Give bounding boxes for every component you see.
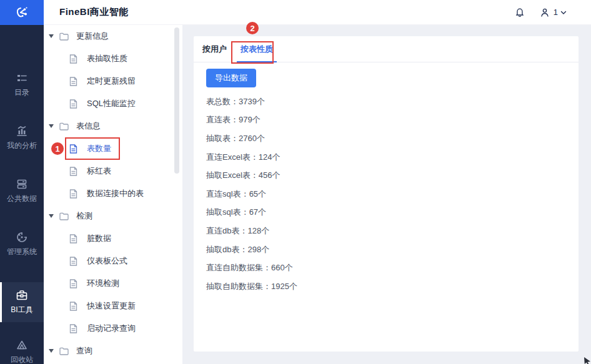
tree-item-sql-performance-monitor[interactable]: SQL性能监控 [44, 92, 182, 115]
tree-item-tables-in-data-connection[interactable]: 数据连接中的表 [44, 182, 182, 205]
account-count: 1 [554, 7, 558, 17]
tree-item-table-count[interactable]: 表数量 [44, 137, 182, 160]
finebi-app: FineBI商业智能 1 [0, 0, 591, 364]
stat-extract-tables: 抽取表：2760个 [206, 129, 297, 148]
user-icon [539, 7, 550, 18]
stat-total-tables: 表总数：3739个 [206, 92, 297, 111]
tree-item-environment-check[interactable]: 环境检测 [44, 272, 182, 295]
tree-item-label: 定时更新残留 [87, 76, 136, 87]
tree-item-label: 仪表板公式 [87, 255, 127, 267]
sidebar-item-label: 我的分析 [7, 140, 37, 151]
collapse-arrow-icon[interactable] [49, 349, 54, 353]
tree-item-dirty-data[interactable]: 脏数据 [44, 227, 182, 250]
sidebar-item-label: 管理系统 [7, 247, 37, 257]
document-icon [69, 99, 77, 109]
folder-icon [59, 122, 69, 130]
tree-item-label: SQL性能监控 [87, 98, 136, 109]
tab-by-user[interactable]: 按用户 [199, 36, 231, 62]
stat-value: 660个 [271, 262, 293, 273]
stat-value: 67个 [249, 207, 266, 218]
tree-scrollbar[interactable] [174, 27, 179, 174]
document-icon [69, 234, 77, 243]
document-icon [69, 54, 77, 64]
stat-extract-sql-tables: 抽取sql表：67个 [206, 204, 297, 222]
stat-direct-excel-tables: 直连Excel表：124个 [206, 148, 297, 167]
tree-item-label: 数据连接中的表 [87, 188, 144, 199]
mouse-cursor [584, 357, 591, 364]
public-data-icon [16, 178, 28, 190]
tab-by-table-nature[interactable]: 按表性质 [237, 36, 277, 62]
tree-item-scheduled-update-residue[interactable]: 定时更新残留 [44, 70, 182, 92]
folder-icon [59, 212, 69, 220]
sidebar-item-catalog[interactable]: 目录 [0, 66, 44, 104]
account-menu[interactable]: 1 [539, 7, 567, 18]
stat-extract-self-service-datasets: 抽取自助数据集：1925个 [206, 277, 297, 296]
stat-value: 979个 [239, 114, 261, 125]
tree-item-startup-record-query[interactable]: 启动记录查询 [44, 317, 182, 340]
sidebar-item-my-analysis[interactable]: 我的分析 [0, 119, 44, 157]
tree-item-label: 查询 [76, 345, 92, 357]
sidebar-item-admin-system[interactable]: 管理系统 [0, 225, 44, 263]
collapse-arrow-icon[interactable] [49, 214, 54, 218]
tree-item-dashboard-formula[interactable]: 仪表板公式 [44, 250, 182, 272]
tree-item-label: 脏数据 [87, 233, 111, 244]
sidebar-item-label: 回收站 [11, 355, 33, 364]
document-icon [69, 324, 77, 333]
tree-folder-table-info[interactable]: 表信息 [44, 115, 182, 137]
folder-icon [59, 32, 69, 41]
stat-value: 124个 [259, 152, 281, 163]
tree-folder-query[interactable]: 查询 [44, 340, 182, 362]
stat-value: 65个 [249, 189, 266, 200]
tree-item-label: 更新信息 [76, 31, 109, 42]
tool-tree-panel: 更新信息 表抽取性质 定时更新残留 SQL性能监控 表信息 [44, 25, 182, 364]
chevron-down-icon [560, 9, 567, 16]
catalog-icon [16, 72, 28, 84]
document-icon [69, 279, 77, 288]
document-icon [69, 302, 77, 311]
bi-tools-icon [15, 289, 29, 302]
stat-direct-sql-tables: 直连sql表：65个 [206, 185, 297, 204]
document-icon [69, 144, 77, 154]
tree-item-label: 表抽取性质 [87, 53, 127, 64]
stat-value: 456个 [259, 170, 281, 181]
sidebar-item-label: 公共数据 [7, 194, 37, 204]
app-title: FineBI商业智能 [59, 6, 129, 18]
content-card: 按用户 按表性质 导出数据 表总数：3739个 直连表：979个 抽取表：276… [194, 36, 579, 352]
sidebar-item-bi-tools[interactable]: BI工具 [0, 282, 44, 322]
header-actions: 1 [514, 7, 591, 18]
tree-item-red-marked-tables[interactable]: 标红表 [44, 160, 182, 182]
export-data-button[interactable]: 导出数据 [206, 69, 256, 87]
tree-item-table-extract-nature[interactable]: 表抽取性质 [44, 47, 182, 70]
my-analysis-icon [16, 125, 28, 137]
document-icon [69, 77, 77, 86]
tree-item-quick-setting-update[interactable]: 快速设置更新 [44, 295, 182, 317]
finebi-logo[interactable] [0, 0, 44, 25]
collapse-arrow-icon[interactable] [49, 124, 54, 128]
stat-value: 128个 [247, 225, 269, 237]
stat-value: 2760个 [239, 133, 265, 144]
stat-extract-excel-tables: 抽取Excel表：456个 [206, 166, 297, 185]
tree-item-label: 表信息 [76, 121, 101, 132]
document-icon [69, 167, 77, 176]
tab-bar: 按用户 按表性质 [194, 36, 579, 62]
notification-bell-icon[interactable] [514, 7, 525, 18]
main-sidebar: 目录 我的分析 公共数据 [0, 25, 44, 364]
stat-direct-tables: 直连表：979个 [206, 111, 297, 130]
tree-folder-update-info[interactable]: 更新信息 [44, 25, 182, 47]
folder-icon [59, 347, 69, 355]
top-header: FineBI商业智能 1 [44, 0, 591, 25]
tree-item-label: 表数量 [87, 143, 111, 154]
tree-item-label: 检测 [76, 210, 92, 222]
sidebar-item-label: BI工具 [11, 305, 32, 315]
sidebar-item-recycle-bin[interactable]: 回收站 [0, 333, 44, 364]
stat-value: 1925个 [271, 281, 297, 292]
tree-item-label: 环境检测 [87, 278, 119, 289]
stat-value: 298个 [247, 244, 269, 255]
sidebar-item-public-data[interactable]: 公共数据 [0, 172, 44, 210]
stat-direct-self-service-datasets: 直连自助数据集：660个 [206, 258, 297, 277]
tree-item-label: 启动记录查询 [87, 323, 136, 334]
tree-folder-detection[interactable]: 检测 [44, 205, 182, 227]
admin-system-icon [16, 231, 28, 243]
collapse-arrow-icon[interactable] [49, 34, 54, 38]
document-icon [69, 189, 77, 199]
